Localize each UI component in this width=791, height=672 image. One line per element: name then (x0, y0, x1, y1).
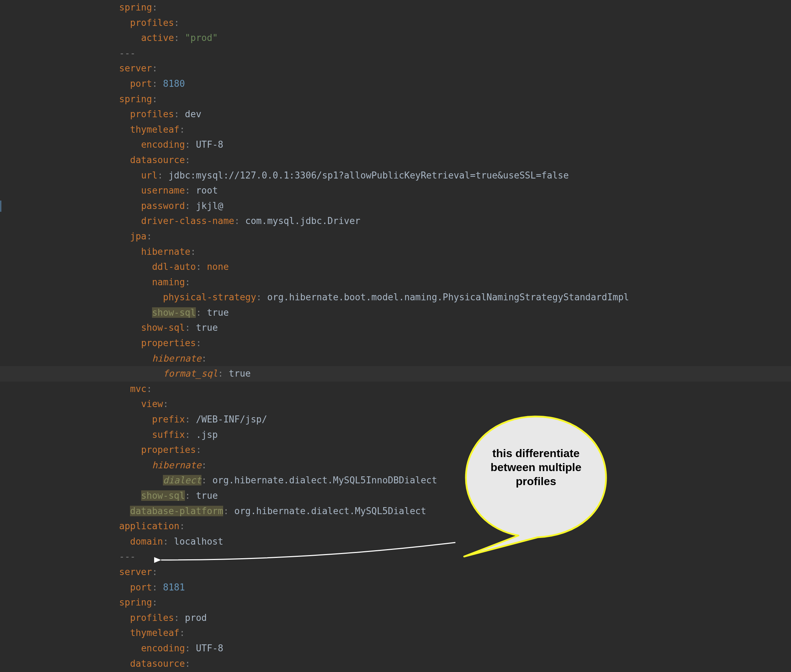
code-line[interactable]: datasource: (14, 153, 791, 168)
code-token: dev (185, 109, 201, 119)
code-token: thymeleaf (130, 627, 180, 638)
code-token: : (146, 384, 152, 394)
code-line[interactable]: --- (14, 549, 791, 565)
code-token: active (141, 32, 174, 43)
code-token: : (174, 109, 185, 119)
code-line[interactable]: profiles: (14, 15, 791, 31)
code-token: hibernate (152, 353, 201, 364)
code-token: .jsp (196, 429, 218, 440)
code-token: : (185, 185, 196, 196)
code-line[interactable]: url: jdbc:mysql://127.0.0.1:3306/sp1?all… (14, 168, 791, 183)
code-line[interactable]: hibernate: (14, 458, 791, 473)
code-token: : (185, 429, 196, 440)
code-line[interactable]: profiles: dev (14, 107, 791, 122)
code-line[interactable]: suffix: .jsp (14, 427, 791, 443)
code-line[interactable]: --- (14, 46, 791, 61)
code-token: root (196, 185, 218, 196)
code-line[interactable]: database-platform: org.hibernate.dialect… (14, 504, 791, 519)
code-token: naming (152, 277, 185, 287)
code-line[interactable]: show-sql: true (14, 305, 791, 321)
code-line[interactable]: prefix: /WEB-INF/jsp/ (14, 412, 791, 427)
code-token: jpa (130, 231, 146, 242)
code-token: spring (119, 2, 152, 13)
editor-gutter (0, 0, 14, 672)
code-token: spring (119, 94, 152, 104)
code-line[interactable]: server: (14, 61, 791, 76)
code-token: : (196, 338, 201, 348)
code-token: : (152, 94, 158, 104)
code-token: : (180, 627, 185, 638)
code-token: : (185, 139, 196, 150)
code-line[interactable]: port: 8180 (14, 76, 791, 92)
code-token: view (141, 398, 163, 409)
code-token: profiles (130, 18, 174, 28)
code-line[interactable]: show-sql: true (14, 320, 791, 336)
code-line[interactable]: spring: (14, 92, 791, 107)
code-line[interactable]: physical-strategy: org.hibernate.boot.mo… (14, 290, 791, 305)
code-token: hibernate (152, 460, 201, 470)
code-editor[interactable]: spring: profiles: active: "prod"---serve… (0, 0, 791, 672)
code-line[interactable]: active: "prod" (14, 30, 791, 46)
code-line[interactable]: hibernate: (14, 244, 791, 260)
code-line[interactable]: hibernate: (14, 351, 791, 366)
code-line[interactable]: server: (14, 565, 791, 580)
code-line[interactable]: dialect: org.hibernate.dialect.MySQL5Inn… (14, 473, 791, 488)
code-token: : (158, 170, 168, 181)
code-line[interactable]: thymeleaf: (14, 122, 791, 138)
code-token: : (185, 322, 196, 333)
code-token: : (196, 445, 201, 455)
code-token: true (229, 368, 251, 379)
code-token: : (163, 536, 174, 547)
code-token: : (185, 643, 196, 653)
code-token: jdbc:mysql://127.0.0.1:3306/sp1?allowPub… (168, 170, 569, 181)
code-line[interactable]: properties: (14, 336, 791, 351)
code-token: : (256, 292, 267, 302)
code-token: 8181 (163, 582, 185, 592)
code-token: org.hibernate.boot.model.naming.Physical… (267, 292, 629, 302)
code-line[interactable]: mvc: (14, 381, 791, 397)
code-line[interactable]: profiles: prod (14, 610, 791, 626)
code-line[interactable]: password: jkjl@ (14, 198, 791, 214)
code-token: encoding (141, 643, 185, 653)
code-token: true (207, 307, 229, 318)
code-token: encoding (141, 139, 185, 150)
code-line[interactable]: view: (14, 397, 791, 412)
code-token: : (152, 2, 158, 13)
code-token: : (185, 414, 196, 424)
code-token: : (185, 200, 196, 211)
yaml-code-block[interactable]: spring: profiles: active: "prod"---serve… (14, 0, 791, 672)
code-line[interactable]: username: root (14, 183, 791, 198)
code-line[interactable]: naming: (14, 275, 791, 290)
code-token: spring (119, 597, 152, 608)
code-token: hibernate (141, 246, 191, 257)
code-token: prefix (152, 414, 185, 424)
code-token: profiles (130, 613, 174, 623)
code-token: : (218, 368, 229, 379)
code-token: : (152, 582, 163, 592)
code-token: port (130, 582, 152, 592)
code-line[interactable]: format_sql: true (0, 366, 791, 381)
code-token: : (191, 246, 196, 257)
code-line[interactable]: datasource: (14, 656, 791, 672)
code-token: : (201, 460, 207, 470)
code-token: : (180, 521, 185, 531)
code-token: org.hibernate.dialect.MySQL5Dialect (234, 506, 426, 516)
code-line[interactable]: show-sql: true (14, 488, 791, 504)
code-token: : (201, 353, 207, 364)
code-line[interactable]: jpa: (14, 229, 791, 244)
code-line[interactable]: properties: (14, 442, 791, 458)
code-line[interactable]: ddl-auto: none (14, 259, 791, 275)
code-line[interactable]: port: 8181 (14, 580, 791, 595)
code-line[interactable]: spring: (14, 595, 791, 610)
code-line[interactable]: encoding: UTF-8 (14, 641, 791, 656)
code-line[interactable]: spring: (14, 0, 791, 15)
code-line[interactable]: thymeleaf: (14, 626, 791, 641)
code-line[interactable]: application: (14, 519, 791, 534)
code-line[interactable]: driver-class-name: com.mysql.jdbc.Driver (14, 213, 791, 229)
code-line[interactable]: domain: localhost (14, 534, 791, 549)
code-token: : (152, 566, 158, 577)
code-line[interactable]: encoding: UTF-8 (14, 137, 791, 153)
code-token: : (185, 658, 191, 669)
code-token: : (201, 475, 212, 485)
code-token: : (223, 506, 234, 516)
